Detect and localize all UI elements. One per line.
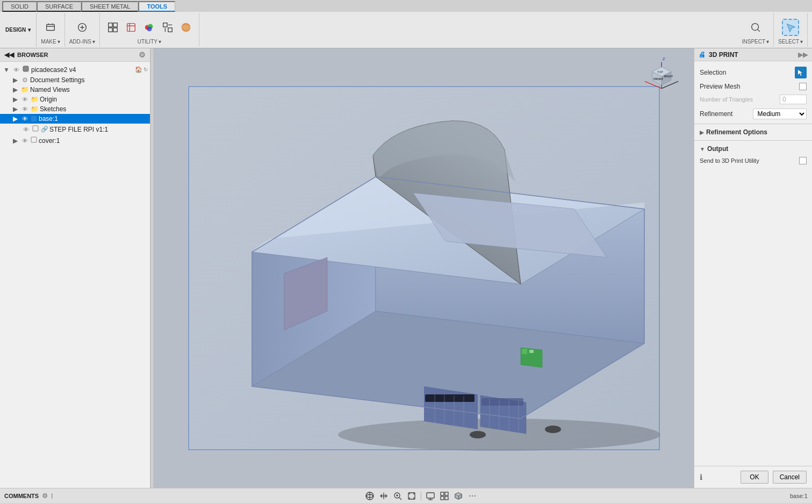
select-label[interactable]: SELECT ▾ — [778, 39, 803, 46]
design-button[interactable]: DESIGN ▾ — [0, 13, 37, 47]
panel-selection-row: Selection — [694, 64, 812, 81]
tab-tools[interactable]: TOOLS — [138, 1, 175, 12]
tree-arrow-sketches: ▶ — [11, 105, 19, 113]
grid-icon[interactable] — [439, 490, 450, 502]
utility-group: UTILITY ▾ — [100, 13, 199, 47]
svg-text:TOP: TOP — [657, 70, 663, 74]
tree-eye-sketches[interactable]: 👁 — [20, 106, 29, 112]
svg-line-60 — [399, 498, 401, 500]
svg-rect-6 — [127, 24, 135, 32]
panel-send-3dprint-label: Send to 3D Print Utility — [700, 157, 795, 164]
cancel-button[interactable]: Cancel — [773, 471, 807, 484]
comments-collapse-icon[interactable]: | — [51, 493, 53, 499]
panel-preview-mesh-row: Preview Mesh — [694, 81, 812, 92]
tree-item-doc-settings[interactable]: ▶ ⚙ Document Settings — [0, 75, 150, 85]
svg-rect-64 — [427, 493, 434, 498]
tree-folder-icon-named-views: 📁 — [20, 86, 29, 93]
design-arrow: ▾ — [28, 27, 31, 33]
tree-label-sketches: Sketches — [40, 105, 148, 113]
browser-settings-icon[interactable]: ⚙ — [139, 51, 146, 59]
view-cube-toggle-icon[interactable] — [452, 490, 464, 502]
right-panel-header-left: 🖨 3D PRINT — [699, 51, 738, 59]
status-label: base:1 — [790, 493, 808, 499]
inspect-label[interactable]: INSPECT ▾ — [742, 39, 769, 46]
svg-point-14 — [182, 25, 191, 30]
comments-settings-icon[interactable]: ⚙ — [42, 492, 48, 500]
refinement-select[interactable]: Coarse Medium Fine Custom — [753, 109, 807, 119]
ok-button[interactable]: OK — [741, 471, 768, 484]
addins-icon[interactable] — [74, 19, 91, 36]
triangles-input[interactable] — [780, 95, 807, 104]
svg-rect-4 — [109, 28, 112, 32]
utility-icon4[interactable] — [159, 19, 176, 36]
info-icon[interactable]: ℹ — [700, 473, 702, 481]
tree-label-named-views: Named Views — [30, 86, 148, 93]
more-settings-icon[interactable]: ⋯ — [466, 490, 478, 502]
tree-eye-root[interactable]: 👁 — [12, 67, 20, 73]
svg-rect-11 — [168, 28, 172, 32]
main-area: ◀◀ BROWSER ⚙ ▼ 👁 picadecase2 v4 🏠 ↻ ▶ ⚙ — [0, 48, 812, 488]
view-cube[interactable]: Z FRONT RIGHT TOP — [640, 53, 688, 101]
make-icons — [42, 14, 59, 39]
tab-sheet-metal[interactable]: SHEET METAL — [81, 1, 138, 12]
utility-icon5[interactable] — [177, 19, 195, 36]
selection-button[interactable] — [795, 67, 807, 78]
panel-refinement-row: Refinement Coarse Medium Fine Custom — [694, 106, 812, 121]
tree-eye-cover1[interactable]: 👁 — [20, 138, 29, 144]
utility-icon3[interactable] — [141, 19, 158, 36]
toolbar-row: DESIGN ▾ MAKE ▾ — [0, 12, 812, 48]
tree-arrow-base1: ▶ — [11, 115, 19, 123]
tab-solid[interactable]: SOLID — [2, 1, 37, 12]
make-label[interactable]: MAKE ▾ — [41, 39, 60, 46]
panel-footer: ℹ OK Cancel — [694, 466, 812, 488]
inspect-group: INSPECT ▾ — [738, 13, 774, 47]
svg-point-40 — [470, 431, 486, 438]
nav-pan-icon[interactable] — [378, 490, 390, 502]
tree-item-step-file[interactable]: 👁 🔗 STEP FILE RPI v1:1 — [0, 124, 150, 135]
tree-item-cover1[interactable]: ▶ 👁 cover:1 — [0, 135, 150, 146]
nav-zoom-icon[interactable] — [392, 490, 404, 502]
panel-expand-icon[interactable]: ▶▶ — [798, 51, 808, 59]
nav-orbit-icon[interactable] — [364, 490, 376, 502]
panel-send-3dprint-row: Send to 3D Print Utility — [694, 155, 812, 167]
tree-eye-base1[interactable]: 👁 — [20, 116, 29, 122]
send-3dprint-checkbox[interactable] — [799, 157, 807, 164]
tree-item-origin[interactable]: ▶ 👁 📁 Origin — [0, 95, 150, 104]
tree-item-named-views[interactable]: ▶ 📁 Named Views — [0, 85, 150, 95]
addins-label[interactable]: ADD-INS ▾ — [69, 39, 95, 46]
svg-text:RIGHT: RIGHT — [664, 75, 673, 78]
make-icon[interactable] — [42, 19, 59, 36]
nav-fit-icon[interactable] — [406, 490, 418, 502]
app-header: SOLID SURFACE SHEET METAL TOOLS DESIGN ▾ — [0, 0, 812, 48]
svg-rect-70 — [445, 496, 448, 500]
tree-eye-step[interactable]: 👁 — [21, 126, 30, 133]
svg-point-15 — [752, 24, 759, 31]
view-cube-svg[interactable]: Z FRONT RIGHT TOP — [640, 53, 683, 96]
tree-refresh-icon[interactable]: ↻ — [143, 67, 148, 73]
preview-mesh-checkbox[interactable] — [799, 83, 807, 90]
bottom-right: base:1 — [790, 493, 808, 499]
tree-item-base1[interactable]: ▶ 👁 base:1 — [0, 114, 150, 124]
utility-icon2[interactable] — [123, 19, 140, 36]
tab-surface[interactable]: SURFACE — [37, 1, 81, 12]
select-icon[interactable] — [782, 19, 799, 36]
panel-selection-label: Selection — [700, 69, 791, 76]
panel-refinement-options-header[interactable]: ▶ Refinement Options — [694, 126, 812, 138]
tree-item-root[interactable]: ▼ 👁 picadecase2 v4 🏠 ↻ — [0, 64, 150, 75]
tree-settings-icon: ⚙ — [20, 76, 29, 84]
panel-output-header[interactable]: ▼ Output — [694, 143, 812, 155]
tree-arrow-cover1: ▶ — [11, 137, 19, 145]
tree-item-sketches[interactable]: ▶ 👁 📁 Sketches — [0, 104, 150, 114]
bottom-center: ⋯ — [364, 490, 478, 502]
viewport[interactable]: Z FRONT RIGHT TOP — [154, 48, 694, 488]
tabs-row: SOLID SURFACE SHEET METAL TOOLS — [0, 0, 812, 12]
utility-label[interactable]: UTILITY ▾ — [138, 39, 161, 46]
browser-collapse-icon[interactable]: ◀◀ — [4, 51, 14, 59]
view-display-icon[interactable] — [425, 490, 436, 502]
utility-icon1[interactable] — [104, 19, 121, 36]
tree-eye-origin[interactable]: 👁 — [20, 96, 29, 103]
inspect-icon[interactable] — [747, 19, 764, 36]
bottom-left: COMMENTS ⚙ | — [4, 492, 53, 500]
right-panel: 🖨 3D PRINT ▶▶ Selection Preview Mesh — [694, 48, 812, 488]
svg-text:FRONT: FRONT — [653, 77, 664, 81]
